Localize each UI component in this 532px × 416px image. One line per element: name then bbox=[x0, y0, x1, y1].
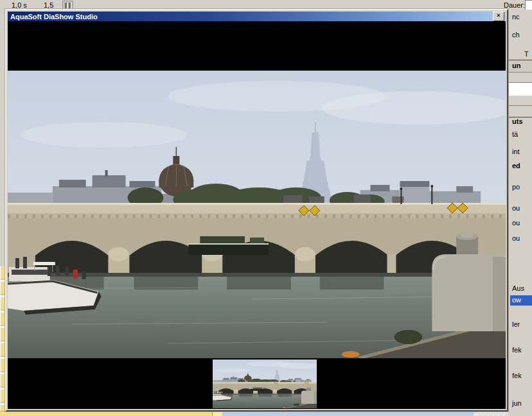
panel-header-fragment: uts bbox=[512, 117, 523, 125]
panel-tab-fragment[interactable]: T bbox=[524, 50, 529, 58]
panel-header-fragment: ed bbox=[512, 162, 520, 169]
screen: 1,0 s 1,5 Dauer: nc ch T un uts tä int e… bbox=[0, 0, 532, 416]
divider bbox=[509, 72, 532, 73]
timeline-track-blue[interactable] bbox=[222, 411, 474, 416]
timeline-left-strip[interactable] bbox=[0, 10, 5, 416]
timeline-bottom-strip bbox=[0, 411, 532, 416]
panel-text-fragment: nc bbox=[512, 13, 520, 21]
ruler-tick-label: 1,0 s bbox=[12, 1, 27, 9]
panel-text-fragment: jun bbox=[512, 399, 522, 407]
paris-photo-thumbnail[interactable] bbox=[213, 360, 317, 408]
panel-text-fragment: ch bbox=[512, 31, 520, 39]
panel-text-fragment: fek bbox=[512, 372, 522, 379]
window-titlebar[interactable]: AquaSoft DiaShow Studio × bbox=[8, 12, 506, 21]
properties-panel: nc ch T un uts tä int ed po ou ou ou Aus… bbox=[508, 10, 532, 416]
selected-list-item[interactable]: ow bbox=[510, 295, 532, 306]
selected-list-item-label[interactable]: ow bbox=[512, 296, 521, 304]
panel-text-fragment: ou bbox=[512, 219, 520, 227]
scrollbar-track[interactable] bbox=[474, 411, 508, 416]
duration-label: Dauer: bbox=[504, 1, 525, 9]
preview-window: AquaSoft DiaShow Studio × bbox=[5, 9, 508, 412]
paris-photo bbox=[8, 71, 506, 358]
panel-text-fragment: Aus bbox=[512, 284, 524, 292]
panel-text-fragment: tä bbox=[512, 130, 518, 138]
panel-text-fragment: po bbox=[512, 183, 520, 191]
panel-bottom-edge bbox=[508, 411, 532, 416]
panel-text-fragment: ou bbox=[512, 204, 520, 212]
ruler-tick-label: 1,5 bbox=[44, 1, 53, 9]
panel-button-label[interactable]: un bbox=[512, 62, 520, 69]
panel-text-fragment: int bbox=[512, 148, 520, 155]
preview-canvas bbox=[8, 21, 506, 409]
panel-text-fragment: fek bbox=[512, 346, 522, 354]
timeline-track-yellow[interactable] bbox=[0, 411, 222, 416]
divider bbox=[509, 105, 532, 106]
panel-text-fragment: ler bbox=[512, 320, 520, 328]
window-title: AquaSoft DiaShow Studio bbox=[10, 13, 98, 21]
close-button[interactable]: × bbox=[493, 12, 504, 21]
panel-text-fragment: ou bbox=[512, 234, 520, 242]
duration-input[interactable] bbox=[525, 0, 532, 10]
panel-field[interactable] bbox=[509, 82, 532, 96]
